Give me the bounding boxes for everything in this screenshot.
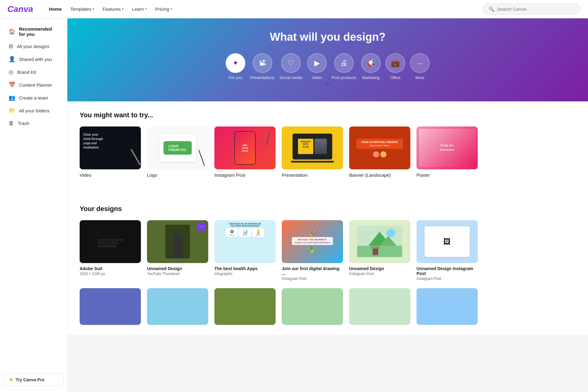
- mountain-graphic: [357, 226, 402, 257]
- more-options-button[interactable]: ···: [197, 223, 206, 231]
- hero-title: What will you design?: [74, 31, 582, 43]
- presentations-icon: 📽: [253, 53, 272, 73]
- hero-icon-video[interactable]: ▶ Video: [307, 53, 327, 80]
- video-preview: Clear yourmind throughyoga andmeditation: [80, 126, 141, 169]
- for-you-label: For you: [229, 75, 242, 80]
- sidebar-item-all-designs[interactable]: ⊞ All your designs: [2, 40, 65, 53]
- presentations-label: Presentations: [250, 75, 275, 80]
- sidebar-label-brand-kit: Brand Kit: [17, 70, 36, 75]
- print-label: Print products: [332, 75, 356, 80]
- sidebar-item-folders[interactable]: 📁 All your folders: [2, 104, 65, 117]
- svg-rect-6: [371, 247, 380, 249]
- design-card-name-health: The best health Apps: [214, 266, 276, 271]
- template-card-banner[interactable]: NOW ACCEPTING ORDERS DELIVERY ONLY Banne…: [349, 126, 410, 178]
- design-card-sm-4[interactable]: [282, 288, 343, 325]
- design-card-sm-5[interactable]: [349, 288, 410, 325]
- design-card-sub-adobe: 588 × 392 px: [80, 272, 141, 276]
- sidebar-item-trash[interactable]: 🗑 Trash: [2, 117, 65, 130]
- sidebar-item-create-team[interactable]: 👥 Create a team: [2, 91, 65, 104]
- logo-preview: LOGOFRESH CO.: [147, 126, 208, 169]
- section-separator: [80, 193, 576, 202]
- nav-home[interactable]: Home: [45, 4, 66, 14]
- canva-logo[interactable]: Canva: [7, 4, 33, 14]
- hero-icon-social[interactable]: ♡ Social media: [279, 53, 302, 80]
- template-card-label-banner: Banner (Landscape): [349, 172, 391, 178]
- hero-icon-presentations[interactable]: 📽 Presentations: [250, 53, 275, 80]
- design-card-img-adobe: [80, 220, 141, 263]
- sidebar-item-content-planner[interactable]: 📅 Content Planner: [2, 78, 65, 91]
- star-icon: ★: [9, 377, 13, 383]
- main-content: What will you design? ✦ For you 📽 Presen…: [67, 18, 588, 392]
- design-card-unnamed1[interactable]: ··· Unnamed Design YouTube Thumbnail: [147, 220, 208, 281]
- print-icon: 🖨: [334, 53, 354, 73]
- design-card-img-drawing: 🎉 WE HAD THE WARMEST THANK YOU FOR PARTI…: [282, 220, 343, 263]
- sidebar-label-content-planner: Content Planner: [19, 82, 52, 88]
- sidebar-bottom: ★ Try Canva Pro: [0, 373, 67, 386]
- design-card-name-unnamed1: Unnamed Design: [147, 266, 208, 271]
- search-input[interactable]: [497, 6, 575, 12]
- template-card-video[interactable]: NEW Clear yourmind throughyoga andmedita…: [80, 126, 141, 178]
- search-icon: 🔍: [488, 6, 495, 12]
- template-card-logo[interactable]: LOGOFRESH CO. Logo: [147, 126, 208, 178]
- sidebar-item-brand-kit[interactable]: ◎ Brand Kit: [2, 66, 65, 78]
- design-card-sm-1[interactable]: [80, 288, 141, 325]
- sidebar-label-shared: Shared with you: [19, 57, 52, 62]
- pen-decoration: [130, 149, 141, 165]
- design-card-sm-3[interactable]: [214, 288, 276, 325]
- design-card-sm-2[interactable]: [147, 288, 208, 325]
- design-card-unnamed3[interactable]: 🖼 Unnamed Design Instagram Post Instagra…: [417, 220, 478, 281]
- design-card-drawing[interactable]: 🎉 WE HAD THE WARMEST THANK YOU FOR PARTI…: [282, 220, 343, 281]
- try-pro-button[interactable]: ★ Try Canva Pro: [4, 373, 63, 386]
- design-card-unnamed2[interactable]: Unnamed Design Instagram Post: [349, 220, 410, 281]
- trash-icon: 🗑: [9, 120, 14, 126]
- sidebar-label-folders: All your folders: [19, 108, 49, 113]
- nav-templates[interactable]: Templates ▾: [67, 4, 98, 14]
- search-bar[interactable]: 🔍: [483, 3, 581, 15]
- nav-learn[interactable]: Learn ▾: [128, 4, 150, 14]
- more-icon: ···: [410, 53, 430, 73]
- office-icon: 💼: [386, 53, 405, 73]
- folder-icon: 📁: [9, 107, 15, 114]
- template-card-presentation[interactable]: PRESENTWITHEASE Presentation: [282, 126, 343, 178]
- video-label: Video: [312, 75, 322, 80]
- more-label: More: [415, 75, 424, 80]
- home-icon: 🏠: [9, 28, 15, 35]
- template-card-label-logo: Logo: [147, 172, 157, 178]
- template-cards-row: NEW Clear yourmind throughyoga andmedita…: [80, 126, 576, 178]
- design-card-img-unnamed1: ···: [147, 220, 208, 263]
- nav-pricing[interactable]: Pricing ▾: [152, 4, 176, 14]
- template-card-img-poster: Pride ArtShowcase: [417, 126, 478, 169]
- top-nav: Canva Home Templates ▾ Features ▾ Learn …: [0, 0, 588, 18]
- try-section-title: You might want to try...: [80, 111, 576, 119]
- marketing-label: Marketing: [362, 75, 380, 80]
- grid-icon: ⊞: [9, 43, 13, 50]
- team-icon: 👥: [9, 94, 15, 101]
- design-card-img-unnamed2: [349, 220, 410, 263]
- brand-icon: ◎: [9, 69, 13, 75]
- sidebar-item-shared[interactable]: 👤 Shared with you: [2, 53, 65, 66]
- hero-icon-marketing[interactable]: 📢 Marketing: [361, 53, 381, 80]
- sidebar-label-recommended: Recommended for you: [19, 26, 58, 37]
- social-icon: ♡: [281, 53, 301, 73]
- poster-preview: Pride ArtShowcase: [417, 126, 478, 169]
- sidebar-item-recommended[interactable]: 🏠 Recommended for you: [2, 23, 65, 40]
- hero-banner: What will you design? ✦ For you 📽 Presen…: [67, 18, 588, 101]
- design-card-health[interactable]: VENTAJAS DE UN SISTEMA DEPDV PARA RESTAU…: [214, 220, 276, 281]
- template-card-img-banner: NOW ACCEPTING ORDERS DELIVERY ONLY: [349, 126, 410, 169]
- sidebar-label-create-team: Create a team: [19, 95, 48, 100]
- template-card-label-poster: Poster: [417, 172, 430, 178]
- template-card-instagram[interactable]: MIDYEARSALE Instagram Post: [214, 126, 276, 178]
- template-card-poster[interactable]: Pride ArtShowcase Poster: [417, 126, 478, 178]
- nav-features[interactable]: Features ▾: [99, 4, 127, 14]
- hero-icon-office[interactable]: 💼 Office: [386, 53, 405, 80]
- design-card-sub-unnamed2: Instagram Post: [349, 272, 410, 276]
- hero-icon-for-you[interactable]: ✦ For you: [226, 53, 245, 80]
- hero-icon-more[interactable]: ··· More: [410, 53, 430, 80]
- design-card-adobe[interactable]: Adobe Suit 588 × 392 px: [80, 220, 141, 281]
- design-card-sm-6[interactable]: [417, 288, 478, 325]
- design-card-name-drawing: Join our first digital drawing ...: [282, 266, 343, 276]
- hero-icon-print[interactable]: 🖨 Print products: [332, 53, 356, 80]
- adobe-preview: [80, 220, 141, 263]
- template-card-label-video: Video: [80, 172, 91, 178]
- template-card-img-video: NEW Clear yourmind throughyoga andmedita…: [80, 126, 141, 169]
